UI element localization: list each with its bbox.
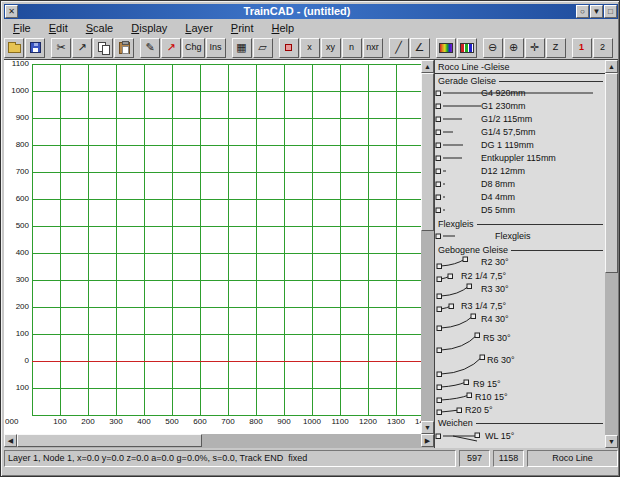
cut-button[interactable]: ✂ <box>51 38 71 58</box>
track-item[interactable]: WL 15° <box>435 429 605 443</box>
track-item[interactable]: R2 1/4 7,5° <box>435 270 605 283</box>
menu-item-display[interactable]: Display <box>122 21 176 35</box>
track-item-label: R20 5° <box>465 405 493 415</box>
scroll-up-icon[interactable]: ▲ <box>421 60 434 73</box>
x-button[interactable]: x <box>300 38 320 58</box>
paste-button[interactable] <box>114 38 134 58</box>
track-item[interactable]: DG 1 119mm <box>435 139 605 152</box>
insert-button[interactable]: Ins <box>206 38 226 58</box>
layer2-button[interactable]: 2 <box>593 38 613 58</box>
layer2-button-label: 2 <box>598 43 607 52</box>
x-axis-label: 1100 <box>328 417 352 427</box>
scissors-icon: ✂ <box>56 42 65 53</box>
grid-button[interactable]: ▦ <box>232 38 252 58</box>
window-close-button[interactable]: ✕ <box>5 5 18 18</box>
hscroll-thumb[interactable] <box>17 434 202 447</box>
x-axis-label: 500 <box>160 417 184 427</box>
y-axis-label: 200 <box>4 302 29 311</box>
track-item[interactable]: R4 30° <box>435 313 605 332</box>
angle-button[interactable]: ∠ <box>410 38 430 58</box>
library-vscrollbar[interactable]: ▲ ▼ <box>605 60 618 448</box>
menu-item-layer[interactable]: Layer <box>176 21 222 35</box>
zoom-out-button[interactable]: ⊖ <box>483 38 503 58</box>
bars-icon <box>460 43 474 53</box>
move-button[interactable]: ↗ <box>161 38 181 58</box>
drawing-grid[interactable] <box>32 64 421 416</box>
track-item[interactable]: R10 15° <box>435 391 605 404</box>
bars-button[interactable] <box>457 38 477 58</box>
window-maximize-button[interactable]: □ <box>604 5 617 18</box>
menu-item-scale[interactable]: Scale <box>77 21 123 35</box>
polygon-button[interactable]: ▱ <box>253 38 273 58</box>
palette-button[interactable] <box>436 38 456 58</box>
line-button[interactable]: ╱ <box>389 38 409 58</box>
node-icon <box>285 44 292 51</box>
scroll-up-icon[interactable]: ▲ <box>605 60 618 73</box>
track-item[interactable]: R20 5° <box>435 404 605 416</box>
track-item[interactable]: R2 30° <box>435 256 605 270</box>
menu-item-print[interactable]: Print <box>222 21 263 35</box>
track-item[interactable]: R6 30° <box>435 354 605 378</box>
track-item[interactable]: R9 15° <box>435 378 605 391</box>
vscroll-thumb[interactable] <box>421 73 434 231</box>
drawing-canvas[interactable]: 110010009008007006005004003002001000100 … <box>4 60 421 434</box>
track-item[interactable]: G1 230mm <box>435 100 605 113</box>
copy-icon <box>97 41 110 54</box>
library-section-header: Gebogene Gleise <box>435 243 605 256</box>
z-button[interactable]: Z <box>546 38 566 58</box>
track-item[interactable]: G1/4 57,5mm <box>435 126 605 139</box>
track-item[interactable]: G1/2 115mm <box>435 113 605 126</box>
nxr-button[interactable]: nxr <box>363 38 383 58</box>
y-axis-label: 700 <box>4 167 29 176</box>
track-item[interactable]: D4 4mm <box>435 191 605 204</box>
layer1-button[interactable]: 1 <box>572 38 592 58</box>
open-button[interactable] <box>4 38 24 58</box>
menu-item-edit[interactable]: Edit <box>40 21 77 35</box>
curved-track-glyph <box>435 332 603 354</box>
copy-button[interactable] <box>93 38 113 58</box>
track-item[interactable]: R3 1/4 7,5° <box>435 300 605 313</box>
track-item[interactable]: D8 8mm <box>435 178 605 191</box>
change-button[interactable]: Chg <box>182 38 205 58</box>
track-item[interactable]: D12 12mm <box>435 165 605 178</box>
menu-item-help[interactable]: Help <box>262 21 303 35</box>
straight-track-glyph <box>435 204 603 217</box>
scroll-down-icon[interactable]: ▼ <box>605 435 618 448</box>
y-axis-label: 0 <box>4 356 29 365</box>
window-menu-button[interactable]: ○ <box>576 5 589 18</box>
save-button[interactable] <box>25 38 45 58</box>
pointer-button[interactable]: ↗ <box>72 38 92 58</box>
track-item[interactable]: D5 5mm <box>435 204 605 217</box>
draw-button[interactable]: ✎ <box>140 38 160 58</box>
library-section-header: Flexgleis <box>435 217 605 230</box>
track-item[interactable]: Entkuppler 115mm <box>435 152 605 165</box>
library-section-label: Gerade Gleise <box>438 76 496 86</box>
n-button[interactable]: n <box>342 38 362 58</box>
track-item-label: G1 230mm <box>481 101 526 111</box>
track-item[interactable]: G4 920mm <box>435 87 605 100</box>
zoom-in-button[interactable]: ⊕ <box>504 38 524 58</box>
library-vscroll-thumb[interactable] <box>605 73 618 273</box>
track-item[interactable]: R3 30° <box>435 283 605 300</box>
canvas-vscrollbar[interactable]: ▲ ▼ <box>421 60 434 434</box>
toolbar: ✂↗✎↗ChgIns▦▱xxynnxr╱∠⊖⊕✛Z12 <box>4 36 618 59</box>
scroll-down-icon[interactable]: ▼ <box>421 421 434 434</box>
track-item-label: R2 1/4 7,5° <box>461 271 506 281</box>
track-item[interactable]: Flexgleis <box>435 230 605 243</box>
x-axis-label: 1400 <box>412 417 421 427</box>
x-axis-label: 100 <box>48 417 72 427</box>
window-shade-button[interactable]: ▼ <box>590 5 603 18</box>
scroll-right-icon[interactable]: ▶ <box>421 434 434 447</box>
xy-button[interactable]: xy <box>321 38 341 58</box>
scroll-left-icon[interactable]: ◀ <box>4 434 17 447</box>
angle-icon: ∠ <box>415 42 425 53</box>
pan-button[interactable]: ✛ <box>525 38 545 58</box>
canvas-hscrollbar[interactable]: ◀ ▶ <box>4 434 434 448</box>
node-button[interactable] <box>279 38 299 58</box>
palette-icon <box>439 43 453 53</box>
menu-item-file[interactable]: File <box>4 21 40 35</box>
x-axis-label: 1300 <box>384 417 408 427</box>
track-item[interactable]: R5 30° <box>435 332 605 354</box>
x-axis-label: 200 <box>76 417 100 427</box>
menu-bar: FileEditScaleDisplayLayerPrintHelp <box>4 20 618 36</box>
